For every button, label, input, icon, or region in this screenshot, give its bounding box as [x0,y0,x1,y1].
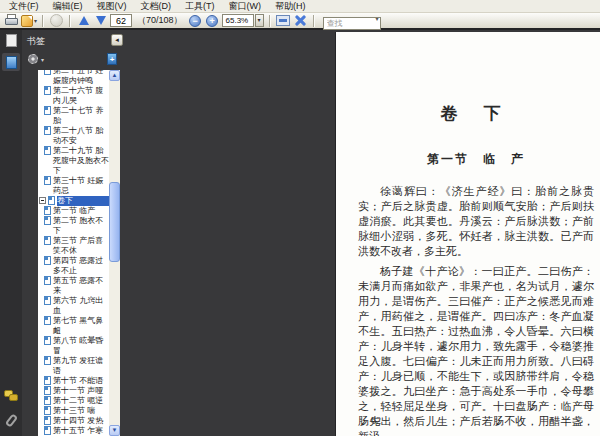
zoom-dropdown-button[interactable]: ▾ [255,14,264,27]
zoom-in-button[interactable]: + [205,13,220,28]
bookmark-page-icon [44,146,51,155]
menu-item[interactable]: 编辑(E) [46,0,90,12]
page-count-label: （70/108） [137,14,183,27]
comments-panel-button[interactable] [2,387,20,405]
bookmark-item[interactable]: 第四节 恶露过多不止 [38,256,109,276]
bookmark-item[interactable]: 第二十五节 妊娠腹内钟鸣 [38,70,109,86]
bookmark-item[interactable]: 第十节 不能语 [38,376,109,386]
bookmark-page-icon [44,336,51,345]
new-bookmark-icon[interactable]: + [107,53,117,65]
toolbar-separator [313,15,315,27]
bookmark-item[interactable]: 第七节 黑气鼻衄 [38,316,109,336]
page-folio-number: 62 [371,415,381,426]
bookmark-list: 第二十五节 妊娠腹内钟鸣第二十六节 腹内儿哭第二十七节 养胎第二十八节 胎动不安… [38,70,120,436]
share-icon [21,15,33,27]
menu-item[interactable]: 文件(F) [2,0,46,12]
bookmark-item[interactable]: 第五节 恶露不来 [38,276,109,296]
page-title: 卷 下 [358,102,594,125]
bookmark-scrollbar[interactable]: ▲ ▼ [109,70,120,436]
bookmark-page-icon [44,356,51,365]
bookmark-item[interactable]: 第八节 眩晕昏冒 [38,336,109,356]
menu-item[interactable]: 视图(V) [90,0,134,12]
bookmark-label: 第二十八节 胎动不安 [53,126,109,146]
find-box: ▾ [323,12,381,30]
zoom-in-icon: + [206,15,218,27]
bookmarks-panel-toolbar: ▾ + [22,52,128,68]
bookmark-item[interactable]: 第十一节 声哑 [38,386,109,396]
menu-item[interactable]: 工具(T) [178,0,222,12]
bookmark-item[interactable]: 第二节 胞衣不下 [38,216,109,236]
share-caret-icon[interactable]: ▾ [34,17,37,24]
zoom-level-value[interactable]: 65.3% [222,14,254,27]
zoom-out-icon: − [189,15,201,27]
bookmark-label: 第十三节 喘 [53,406,109,416]
bookmark-item[interactable]: 第十二节 呃逆 [38,396,109,406]
bookmark-item[interactable]: 第一节 临产 [38,206,109,216]
menu-item[interactable]: 窗口(W) [222,0,269,12]
bookmark-page-icon [48,196,55,205]
fit-page-button[interactable] [293,13,308,28]
zoom-out-button[interactable]: − [188,13,203,28]
find-input[interactable] [323,17,381,30]
bookmark-page-icon [44,206,51,215]
section-heading: 第一节 临 产 [358,151,594,168]
pages-panel-button[interactable] [2,31,20,49]
bookmark-item[interactable]: 第十四节 发热 [38,416,109,426]
paragraph: 杨子建《十产论》：一曰正产。二曰伤产：未满月而痛如欲产，非果产也，名为试月，遽尔… [358,264,594,436]
bookmarks-panel: 书签 ◂ ▾ + 第二十五节 妊娠腹内钟鸣第二十六节 腹内儿哭第二十七节 养胎第… [22,30,128,436]
collapse-expander-icon[interactable] [39,197,46,204]
bookmark-item[interactable]: 第三十节 妊娠药忌 [38,176,109,196]
bookmark-page-icon [44,236,51,245]
bookmark-page-icon [44,256,51,265]
bookmark-item[interactable]: 第九节 发狂谵语 [38,356,109,376]
bookmark-label: 第十二节 呃逆 [53,396,109,406]
bookmark-label: 第三十节 妊娠药忌 [53,176,109,196]
bookmark-page-icon [44,176,51,185]
bookmark-item[interactable]: 第三节 产后喜笑不休 [38,236,109,256]
print-button[interactable] [4,13,19,28]
bookmark-page-icon [44,396,51,405]
options-caret-icon[interactable]: ▾ [41,56,44,63]
bookmarks-panel-button[interactable] [2,53,20,71]
options-gear-icon[interactable] [28,54,38,64]
scrollbar-thumb[interactable] [109,182,120,262]
comments-icon [4,390,19,403]
attachments-panel-button[interactable] [2,411,20,429]
bookmark-item[interactable]: 卷下 [38,196,109,206]
bookmark-item[interactable]: 第二十七节 养胎 [38,106,109,126]
bookmark-item[interactable]: 第十五节 乍寒乍热 [38,426,109,436]
previous-view-icon [50,14,63,27]
find-caret-icon[interactable]: ▾ [376,15,379,22]
previous-view-button[interactable] [49,13,64,28]
bookmark-item[interactable]: 第六节 九窍出血 [38,296,109,316]
collapse-panel-button[interactable]: ◂ [111,34,123,46]
toolbar-separator [269,15,271,27]
bookmark-label: 卷下 [57,196,109,206]
share-button[interactable]: ▾ [21,13,37,28]
bookmarks-tab-label: 书签 [27,35,45,48]
bookmark-label: 第一节 临产 [53,206,109,216]
bookmark-page-icon [44,316,51,325]
next-page-button[interactable] [93,13,108,28]
pages-icon [6,34,17,47]
scroll-down-icon[interactable]: ▼ [109,425,120,436]
bookmark-label: 第二十九节 胎死腹中及胞衣不下 [53,146,109,176]
scroll-up-icon[interactable]: ▲ [109,70,120,81]
bookmark-label: 第十节 不能语 [53,376,109,386]
bookmark-item[interactable]: 第二十六节 腹内儿哭 [38,86,109,106]
document-area: 书签 ◂ ▾ + 第二十五节 妊娠腹内钟鸣第二十六节 腹内儿哭第二十七节 养胎第… [0,30,600,436]
bookmark-label: 第二十六节 腹内儿哭 [53,86,109,106]
page-number-input[interactable] [110,14,132,27]
bookmark-item[interactable]: 第十三节 喘 [38,406,109,416]
bookmark-item[interactable]: 第二十八节 胎动不安 [38,126,109,146]
previous-page-button[interactable] [76,13,91,28]
bookmark-page-icon [44,416,51,425]
menu-item[interactable]: 文档(D) [134,0,179,12]
fit-width-button[interactable] [276,13,291,28]
bookmark-label: 第四节 恶露过多不止 [53,256,109,276]
toolbar-separator [42,15,44,27]
bookmark-label: 第三节 产后喜笑不休 [53,236,109,256]
bookmark-item[interactable]: 第二十九节 胎死腹中及胞衣不下 [38,146,109,176]
menu-item[interactable]: 帮助(H) [268,0,313,12]
pdf-page[interactable]: 卷 下 第一节 临 产 徐蔼辉曰：《济生产经》曰：胎前之脉贵实；产后之脉贵虚。胎… [336,32,600,436]
